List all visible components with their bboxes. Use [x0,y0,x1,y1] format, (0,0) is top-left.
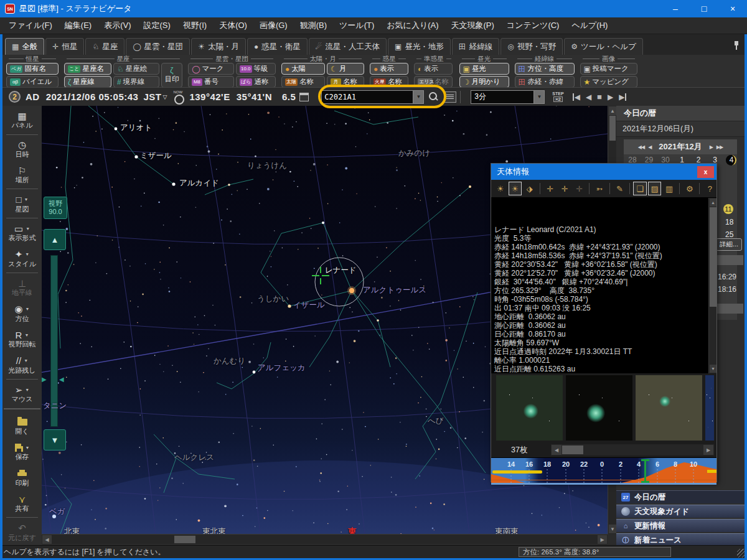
menu-item[interactable]: 編集(E) [59,17,98,34]
panel-menu-今日の暦[interactable]: 27今日の暦 [616,490,745,503]
sidebar-item-スタイル[interactable]: ✦▼スタイル [2,245,42,271]
menu-item[interactable]: 表示(V) [98,17,137,34]
sidebar-item-場所[interactable]: ⚐場所 [2,162,42,188]
toolbar-button-名称[interactable]: 月名称 [327,76,364,88]
toolbar-button-太陽[interactable]: ●太陽 [281,63,325,75]
sidebar-item-パネル[interactable]: ▦パネル [2,107,42,133]
minimize-button[interactable]: – [661,0,690,17]
pin-icon[interactable] [733,41,740,50]
limiting-magnitude[interactable]: 6.5 [282,91,296,102]
longitude-display[interactable]: 139°42'E [189,91,230,102]
step-dropdown-button[interactable]: ▼ [534,90,545,104]
info-text-scrollbar[interactable]: ▲ ▼ [708,198,716,373]
prev-year-button[interactable]: ◀◀ [638,144,644,150]
magnitude-panel-icon[interactable] [299,93,309,101]
info-scroll-thumb[interactable] [710,207,716,307]
timezone-dropdown-icon[interactable]: ▽ [162,94,167,100]
toolbar-button-星座絵[interactable]: ♘星座絵 [113,63,159,75]
toolbar-button-赤経・赤緯[interactable]: 田赤経・赤緯 [515,76,575,88]
crosshair-off-icon[interactable]: ✛ [573,182,586,195]
search-dropdown-button[interactable]: ▼ [413,90,424,104]
menu-item[interactable]: 設定(S) [138,17,177,34]
sidebar-item-表示形式[interactable]: ▭▼表示形式 [2,220,42,246]
toolbar-button-月明かり[interactable]: ☽月明かり [459,76,509,88]
menu-item[interactable]: 天文現象(P) [445,17,500,34]
visibility-timeline[interactable]: 14161820220246810 [491,457,716,485]
prev-month-button[interactable]: ◀ [648,144,651,150]
vscroll-thumb[interactable] [609,116,616,141]
play-forward-button[interactable]: ▶ [608,93,613,101]
toolbar-button-昼光[interactable]: ▣昼光 [459,63,509,75]
sidebar-item-光跡残し[interactable]: //▼光跡残し [2,352,42,378]
toolbar-button-バイエル[interactable]: αβバイエル [6,76,59,88]
toolbar-button-表示[interactable]: ●表示 [370,63,408,75]
toolbar-button-名称[interactable]: 火星名称 [370,76,408,88]
calendar-day[interactable]: 4 [725,156,738,164]
chart-horizontal-scrollbar[interactable]: ◀ ▶ [42,534,608,544]
panel-menu-天文現象ガイド[interactable]: 天文現象ガイド [616,505,745,518]
step-interval-select[interactable]: 3分 [471,90,534,104]
sidebar-item-視野回転[interactable]: R▼視野回転 [2,326,42,352]
next-month-button[interactable]: ▶ [710,144,713,150]
skip-forward-button[interactable]: ▶ [619,93,626,101]
panel-number-badge[interactable]: 2 [9,91,21,103]
comet-photo-thumbnail[interactable] [496,375,563,441]
scroll-left-icon[interactable]: ◀ [42,535,52,544]
image-icon[interactable]: ▨ [648,182,662,195]
sidebar-item-保存[interactable]: ▼保存 [2,439,42,465]
windows-icon[interactable]: ❏ [633,182,647,195]
toolbar-button-マーク[interactable]: ◯マーク [188,63,234,75]
calendar-day[interactable]: 25 [725,230,733,239]
thumbnail-scrollbar[interactable]: ◀ ▶ [551,444,714,455]
scroll-up-icon[interactable]: ▲ [710,198,716,207]
panel-menu-更新情報[interactable]: ⌂更新情報 [616,519,745,532]
menu-item[interactable]: ツール(T) [333,17,380,34]
sun-box-icon[interactable]: ☀ [509,182,522,195]
close-button[interactable]: × [718,0,747,17]
panel-menu-新着ニュース[interactable]: ⓘ新着ニュース [616,533,745,546]
latitude-display[interactable]: 35°41'N [237,91,272,102]
datetime-display[interactable]: 2021/12/06 05:05:43 [46,91,139,102]
skip-back-button[interactable]: ◀ [573,93,580,101]
toolbar-button-通称[interactable]: ばら通称 [236,76,276,88]
scroll-down-icon[interactable]: ▼ [710,365,716,373]
sidebar-item-マウス[interactable]: ➢▼マウス [2,381,42,407]
sidebar-item-星図[interactable]: □▼星図 [2,190,42,217]
toolbar-button-投稿マーク[interactable]: ▣投稿マーク [580,63,637,75]
next-year-button[interactable]: ▶▶ [716,144,723,150]
comet-photo-thumbnail[interactable] [705,375,714,441]
sidebar-item-開く[interactable]: 開く [2,413,42,439]
object-info-text[interactable]: レナード Leonard (C/2021 A1)光度 5.3等赤経 14h18m… [491,198,716,373]
first-quarter-moon-icon[interactable]: 11 [723,204,733,214]
sun-icon[interactable]: ☀ [494,182,507,195]
tab-昼光・地形[interactable]: ▣昼光・地形 [388,38,451,55]
tab-星雲・星団[interactable]: ◯星雲・星団 [126,38,190,55]
scroll-left-icon[interactable]: ◀ [552,445,561,455]
comet-photo-thumbnail[interactable] [636,375,702,441]
tab-視野・写野[interactable]: ◎視野・写野 [500,38,563,55]
sidebar-item-地平線[interactable]: ⊥地平線 [2,274,42,301]
toolbar-button-マッピング[interactable]: ★マッピング [580,76,637,88]
toolbar-button-番号[interactable]: M8番号 [188,76,234,88]
calendar-panel-header[interactable]: 今日の暦 [616,106,745,121]
menu-item[interactable]: 視野(I) [177,17,213,34]
object-list-button[interactable] [444,91,456,103]
toolbar-button-目印[interactable]: ζ目印 [161,63,182,88]
tab-恒星[interactable]: ✛恒星 [45,38,84,55]
thumb-scroll-thumb[interactable] [562,446,583,454]
tab-太陽・月[interactable]: ☀太陽・月 [191,38,246,55]
tab-流星・人工天体[interactable]: ☄流星・人工天体 [309,38,387,55]
menu-item[interactable]: ファイル(F) [2,17,59,34]
crosshair-lock-icon[interactable]: ✛ [558,182,571,195]
menu-item[interactable]: 天体(O) [213,17,253,34]
step-x2-button[interactable]: STEP×2 [552,91,563,102]
comet-photo-thumbnail[interactable] [566,375,632,441]
stop-button[interactable]: ■ [597,93,602,101]
info-window-titlebar[interactable]: 天体情報 x [491,164,716,180]
menu-item[interactable]: コンテンツ(C) [500,17,566,34]
search-input[interactable]: C2021A1 [321,90,413,104]
gear-icon[interactable]: ⚙ [683,182,697,195]
toolbar-button-名称[interactable]: 太陽名称 [281,76,325,88]
pencil-icon[interactable]: ✎ [613,182,627,195]
calendar-day[interactable]: 18 [725,218,733,226]
